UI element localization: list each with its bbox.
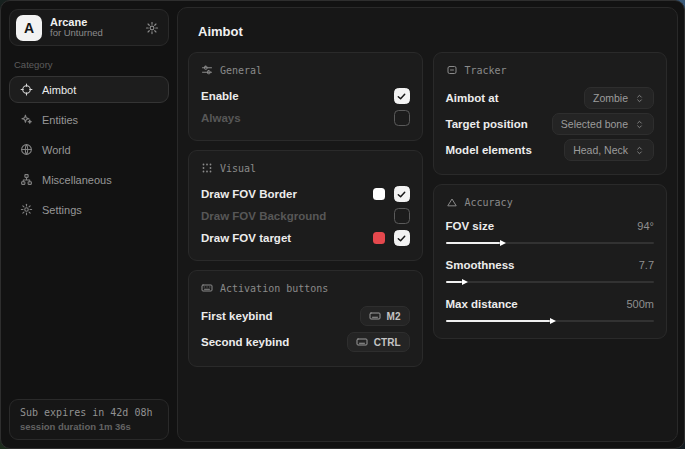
- smoothness-slider[interactable]: [446, 278, 655, 286]
- slider-track: [446, 281, 655, 283]
- max-distance-value: 500m: [626, 298, 654, 310]
- sidebar-item-aimbot[interactable]: Aimbot: [9, 76, 169, 103]
- setting-row-fov-border: Draw FOV Border: [201, 183, 410, 205]
- setting-group-fov-size: FOV size 94°: [446, 217, 655, 247]
- general-card: General Enable Always: [188, 52, 423, 141]
- model-elements-select[interactable]: Head, Neck: [564, 139, 654, 161]
- section-title: Activation buttons: [220, 283, 328, 294]
- setting-label: Always: [201, 112, 394, 124]
- sparkles-icon: [20, 113, 33, 126]
- subscription-expiry: Sub expires in 42d 08h: [20, 407, 158, 418]
- select-value: Selected bone: [561, 118, 628, 130]
- first-keybind-button[interactable]: M2: [360, 306, 410, 326]
- fov-size-slider[interactable]: [446, 239, 655, 247]
- setting-row-second-keybind: Second keybind CTRL: [201, 329, 410, 355]
- setting-row-first-keybind: First keybind M2: [201, 303, 410, 329]
- setting-row-fov-background: Draw FOV Background: [201, 205, 410, 227]
- subscription-card: Sub expires in 42d 08h session duration …: [9, 399, 169, 440]
- setting-group-max-distance: Max distance 500m: [446, 295, 655, 325]
- fov-target-checkbox[interactable]: [394, 230, 410, 246]
- app-logo: A: [16, 15, 42, 41]
- app-logo-card: A Arcane for Unturned: [9, 9, 169, 46]
- sidebar-item-entities[interactable]: Entities: [9, 106, 169, 133]
- setting-label: Smoothness: [446, 259, 639, 271]
- page-title: Aimbot: [198, 24, 667, 39]
- slider-fill: [446, 320, 550, 322]
- globe-icon: [20, 143, 33, 156]
- main-panel: Aimbot General Enable: [177, 7, 678, 442]
- select-value: Head, Neck: [573, 144, 628, 156]
- visual-card: Visual Draw FOV Border Draw FOV Backgrou…: [188, 150, 423, 261]
- enable-checkbox[interactable]: [394, 88, 410, 104]
- fov-background-checkbox[interactable]: [394, 208, 410, 224]
- slider-thumb[interactable]: [550, 318, 556, 324]
- section-title: Accuracy: [465, 197, 513, 208]
- gear-icon: [20, 203, 33, 216]
- left-column: General Enable Always: [188, 52, 423, 367]
- setting-row-always: Always: [201, 107, 410, 129]
- setting-label: First keybind: [201, 310, 360, 322]
- sidebar-item-label: Entities: [42, 114, 78, 126]
- session-duration: session duration 1m 36s: [20, 421, 158, 432]
- aimbot-at-select[interactable]: Zombie: [584, 87, 654, 109]
- content-columns: General Enable Always: [188, 52, 667, 367]
- sidebar-nav: Aimbot Entities World Miscellaneous: [9, 76, 169, 223]
- slider-thumb[interactable]: [500, 240, 506, 246]
- sidebar-item-label: World: [42, 144, 71, 156]
- crosshair-icon: [20, 83, 33, 96]
- setting-label: Model elements: [446, 144, 565, 156]
- setting-row-enable: Enable: [201, 85, 410, 107]
- gear-icon[interactable]: [145, 21, 159, 35]
- keybind-value: M2: [387, 311, 401, 322]
- keyboard-icon: [369, 310, 381, 322]
- hierarchy-icon: [20, 173, 33, 186]
- activation-card-header: Activation buttons: [201, 282, 410, 294]
- tracker-card: Tracker Aimbot at Zombie Target position: [433, 52, 668, 175]
- fov-target-color-swatch[interactable]: [373, 232, 385, 244]
- setting-label: Draw FOV target: [201, 232, 373, 244]
- setting-row-model-elements: Model elements Head, Neck: [446, 137, 655, 163]
- second-keybind-button[interactable]: CTRL: [347, 332, 410, 352]
- fov-border-color-swatch[interactable]: [373, 188, 385, 200]
- scan-box-icon: [446, 64, 458, 76]
- right-column: Tracker Aimbot at Zombie Target position: [433, 52, 668, 339]
- section-title: Visual: [220, 163, 256, 174]
- setting-label: Aimbot at: [446, 92, 584, 104]
- setting-row-fov-target: Draw FOV target: [201, 227, 410, 249]
- activation-card: Activation buttons First keybind M2 Seco…: [188, 270, 423, 367]
- tracker-card-header: Tracker: [446, 64, 655, 76]
- sidebar-item-settings[interactable]: Settings: [9, 196, 169, 223]
- triangle-icon: [446, 196, 458, 208]
- target-position-select[interactable]: Selected bone: [552, 113, 654, 135]
- section-title: General: [220, 65, 262, 76]
- sidebar-item-miscellaneous[interactable]: Miscellaneous: [9, 166, 169, 193]
- general-card-header: General: [201, 64, 410, 76]
- slider-thumb[interactable]: [462, 279, 468, 285]
- sidebar: A Arcane for Unturned Category Aimbot: [1, 1, 177, 448]
- section-title: Tracker: [465, 65, 507, 76]
- app-window: A Arcane for Unturned Category Aimbot: [0, 0, 685, 449]
- setting-label: FOV size: [446, 220, 638, 232]
- sidebar-item-world[interactable]: World: [9, 136, 169, 163]
- dots-grid-icon: [201, 162, 213, 174]
- setting-label: Target position: [446, 118, 552, 130]
- sidebar-item-label: Settings: [42, 204, 82, 216]
- slider-fill: [446, 281, 463, 283]
- sidebar-item-label: Aimbot: [42, 84, 76, 96]
- setting-label: Draw FOV Border: [201, 188, 373, 200]
- smoothness-value: 7.7: [639, 259, 654, 271]
- chevrons-up-down-icon: [634, 93, 645, 104]
- visual-card-header: Visual: [201, 162, 410, 174]
- accuracy-card-header: Accuracy: [446, 196, 655, 208]
- setting-label: Enable: [201, 90, 394, 102]
- always-checkbox[interactable]: [394, 110, 410, 126]
- chevrons-up-down-icon: [634, 145, 645, 156]
- setting-label: Draw FOV Background: [201, 210, 394, 222]
- keybind-value: CTRL: [374, 337, 401, 348]
- sliders-icon: [201, 64, 213, 76]
- max-distance-slider[interactable]: [446, 317, 655, 325]
- fov-border-checkbox[interactable]: [394, 186, 410, 202]
- chevrons-up-down-icon: [634, 119, 645, 130]
- setting-row-target-position: Target position Selected bone: [446, 111, 655, 137]
- category-label: Category: [14, 59, 164, 70]
